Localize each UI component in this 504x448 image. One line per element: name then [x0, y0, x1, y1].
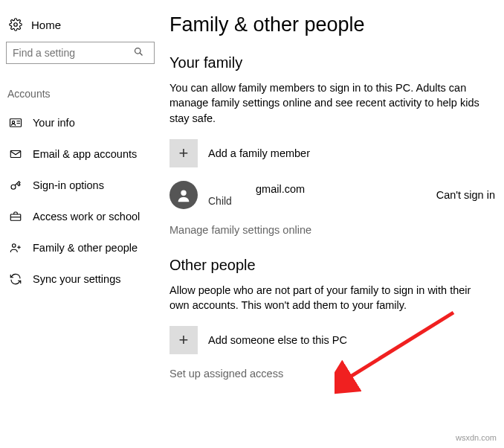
people-plus-icon [9, 241, 22, 255]
search-icon [133, 46, 144, 60]
watermark: wsxdn.com [456, 433, 497, 442]
other-description: Allow people who are not part of your fa… [169, 283, 489, 313]
user-info: gmail.com Child [208, 183, 426, 207]
sidebar-item-family-people[interactable]: Family & other people [6, 232, 155, 263]
mail-icon [9, 147, 22, 161]
email-redacted [208, 183, 253, 195]
sync-icon [9, 272, 22, 286]
family-heading: Your family [169, 54, 495, 71]
sidebar-item-your-info[interactable]: Your info [6, 107, 155, 138]
search-input[interactable] [6, 42, 155, 64]
category-label: Accounts [6, 77, 155, 107]
sidebar-item-signin-options[interactable]: Sign-in options [6, 170, 155, 201]
svg-point-11 [13, 244, 16, 248]
svg-rect-7 [10, 151, 21, 158]
other-heading: Other people [169, 257, 495, 274]
gear-icon [9, 18, 22, 31]
add-family-member-button[interactable]: + Add a family member [169, 139, 495, 167]
svg-point-1 [135, 48, 141, 54]
sidebar-item-sync[interactable]: Sync your settings [6, 263, 155, 295]
briefcase-icon [9, 210, 22, 223]
user-status: Can't sign in [436, 189, 495, 201]
user-card-icon [9, 116, 22, 129]
email-domain: gmail.com [256, 183, 305, 195]
avatar-icon [169, 181, 198, 209]
sidebar-item-label: Sync your settings [33, 273, 120, 285]
add-family-label: Add a family member [208, 147, 310, 159]
svg-point-0 [14, 23, 18, 27]
search-container [6, 42, 155, 64]
family-user-row[interactable]: gmail.com Child Can't sign in [169, 181, 495, 209]
page-title: Family & other people [169, 13, 495, 36]
add-other-label: Add someone else to this PC [208, 334, 347, 346]
sidebar-item-label: Family & other people [33, 242, 138, 254]
add-someone-else-button[interactable]: + Add someone else to this PC [169, 326, 495, 354]
nav-list: Your info Email & app accounts Sign-in o… [6, 107, 155, 295]
sidebar-item-email-accounts[interactable]: Email & app accounts [6, 138, 155, 170]
sidebar-item-label: Your info [33, 117, 75, 129]
svg-point-4 [12, 121, 14, 124]
svg-line-2 [140, 53, 142, 55]
sidebar-item-work-school[interactable]: Access work or school [6, 201, 155, 232]
user-role: Child [208, 195, 426, 207]
sidebar-item-label: Email & app accounts [33, 148, 137, 160]
sidebar-item-label: Access work or school [33, 211, 140, 223]
svg-point-14 [181, 190, 186, 195]
user-email: gmail.com [208, 183, 426, 195]
assigned-access-link[interactable]: Set up assigned access [169, 368, 495, 380]
svg-point-8 [11, 185, 16, 189]
sidebar: Home Accounts Your info Email & app acco… [0, 0, 161, 448]
sidebar-item-label: Sign-in options [33, 179, 104, 191]
key-icon [9, 179, 22, 192]
manage-family-link[interactable]: Manage family settings online [169, 224, 495, 236]
plus-icon: + [169, 326, 198, 354]
home-label: Home [31, 19, 61, 31]
home-button[interactable]: Home [6, 13, 155, 42]
plus-icon: + [169, 139, 198, 167]
family-description: You can allow family members to sign in … [169, 80, 489, 126]
main-content: Family & other people Your family You ca… [161, 0, 504, 448]
